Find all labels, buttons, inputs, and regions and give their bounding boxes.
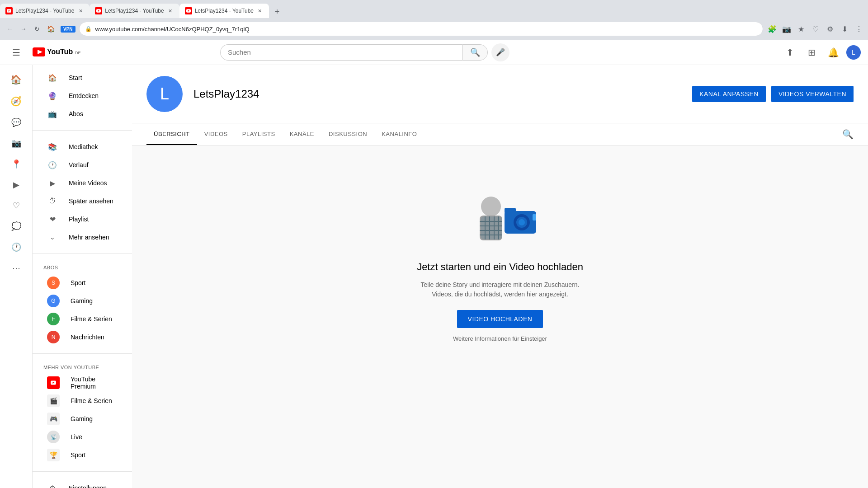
tab-playlists[interactable]: PLAYLISTS [235, 123, 283, 145]
user-avatar[interactable]: L [846, 45, 861, 60]
sidebar-item-gaming2[interactable]: 🎮 Gaming [36, 410, 128, 428]
left-icon-play[interactable]: ▶ [0, 174, 32, 195]
sidebar-item-yt-premium[interactable]: YouTube Premium [36, 374, 128, 392]
yt-country-badge: DE [75, 51, 81, 55]
hamburger-menu[interactable]: ☰ [7, 43, 25, 61]
sidebar-item-sport[interactable]: S Sport [36, 274, 128, 292]
forward-button[interactable]: → [17, 23, 30, 35]
tab-kanaele[interactable]: KANÄLE [283, 123, 321, 145]
sidebar-item-meine-videos[interactable]: ▶ Meine Videos [36, 174, 128, 192]
heart-button[interactable]: ♡ [810, 23, 821, 34]
sidebar-label-start: Start [69, 74, 82, 81]
header-actions: ⬆ ⊞ 🔔 L [781, 43, 861, 61]
sidebar-label-settings: Einstellungen [69, 484, 107, 488]
sidebar-abos-section: ABOS S Sport G Gaming F Filme & Serien N… [33, 258, 132, 350]
sidebar-item-entdecken[interactable]: 🔮 Entdecken [36, 87, 128, 105]
sidebar-item-abos[interactable]: 📺 Abos [36, 105, 128, 123]
sidebar-item-mediathek[interactable]: 📚 Mediathek [36, 138, 128, 156]
left-icon-instagram[interactable]: 📷 [0, 133, 32, 154]
yt-logo[interactable]: YouTube DE [33, 45, 81, 60]
upload-button[interactable]: ⬆ [781, 43, 799, 61]
empty-illustration [455, 182, 545, 254]
left-icon-clock[interactable]: 🕐 [0, 237, 32, 258]
lock-icon: 🔒 [85, 26, 92, 32]
back-button[interactable]: ← [4, 23, 16, 35]
channel-header: L LetsPlay1234 KANAL ANPASSEN VIDEOS VER… [132, 65, 868, 123]
notifications-button[interactable]: 🔔 [825, 43, 843, 61]
tab-kanalinfo[interactable]: KANALINFO [374, 123, 424, 145]
bookmark-button[interactable]: ★ [796, 23, 807, 34]
sidebar-label-live: Live [71, 433, 82, 441]
left-icon-location[interactable]: 📍 [0, 154, 32, 174]
address-bar: ← → ↻ 🏠 VPN 🔒 www.youtube.com/channel/UC… [0, 18, 868, 40]
divider-4 [33, 471, 132, 472]
menu-button[interactable]: ⋮ [854, 23, 864, 34]
sidebar-item-settings[interactable]: ⚙ Einstellungen [36, 479, 128, 488]
entdecken-icon: 🔮 [47, 90, 58, 101]
sidebar-item-sport2[interactable]: 🏆 Sport [36, 446, 128, 464]
mic-button[interactable]: 🎤 [491, 43, 509, 61]
sidebar-label-gaming: Gaming [71, 297, 93, 305]
manage-videos-button[interactable]: VIDEOS VERWALTEN [771, 86, 854, 102]
sidebar-item-spaeter[interactable]: ⏱ Später ansehen [36, 192, 128, 210]
sidebar-item-mehr-ansehen[interactable]: ⌄ Mehr ansehen [36, 228, 128, 246]
reload-button[interactable]: ↻ [31, 23, 43, 35]
left-icon-dots[interactable]: ⋯ [0, 258, 32, 278]
channel-search-button[interactable]: 🔍 [842, 123, 854, 145]
sidebar-item-live[interactable]: 📡 Live [36, 428, 128, 446]
extensions-button[interactable]: 🧩 [767, 23, 778, 34]
sport2-icon: 🏆 [47, 449, 60, 461]
apps-button[interactable]: ⊞ [803, 43, 821, 61]
sidebar-label-filme-serien2: Filme & Serien [71, 397, 112, 404]
sidebar-item-verlauf[interactable]: 🕐 Verlauf [36, 156, 128, 174]
abos-icon: 📺 [47, 108, 58, 119]
sidebar-item-filme-serien2[interactable]: 🎬 Filme & Serien [36, 392, 128, 410]
divider-3 [33, 353, 132, 354]
channel-info: LetsPlay1234 [193, 88, 681, 100]
settings-button[interactable]: ⚙ [825, 23, 835, 34]
vpn-badge[interactable]: VPN [61, 26, 75, 33]
new-tab-button[interactable]: + [271, 5, 283, 18]
sidebar: 🏠 Start 🔮 Entdecken 📺 Abos 📚 Mediathek [33, 65, 132, 488]
search-input[interactable] [220, 44, 462, 61]
yt-logo-icon: YouTube [33, 45, 73, 60]
sidebar-item-filme-serien[interactable]: F Filme & Serien [36, 310, 128, 328]
clock-icon: 🕐 [11, 242, 21, 252]
home-button[interactable]: 🏠 [44, 23, 57, 35]
left-icon-heart[interactable]: ♡ [0, 195, 32, 216]
upload-video-button[interactable]: VIDEO HOCHLADEN [457, 310, 543, 328]
camera-button[interactable]: 📷 [781, 23, 792, 34]
tab-videos[interactable]: VIDEOS [197, 123, 235, 145]
tab-3[interactable]: LetsPlay1234 - YouTube ✕ [179, 4, 269, 18]
sidebar-label-verlauf: Verlauf [69, 161, 89, 169]
tab-2-close[interactable]: ✕ [167, 7, 174, 14]
left-icon-whatsapp[interactable]: 💬 [0, 112, 32, 133]
svg-text:YouTube: YouTube [47, 48, 73, 56]
left-icon-chat[interactable]: 💭 [0, 216, 32, 237]
left-icon-strip: 🏠 🧭 💬 📷 📍 ▶ ♡ 💭 🕐 [0, 65, 33, 488]
svg-rect-6 [505, 208, 516, 213]
search-button[interactable]: 🔍 [462, 44, 488, 61]
instagram-icon: 📷 [11, 138, 21, 148]
tab-1[interactable]: LetsPlay1234 - YouTube ✕ [0, 4, 90, 18]
sidebar-item-nachrichten[interactable]: N Nachrichten [36, 328, 128, 346]
tab-diskussion[interactable]: DISKUSSION [321, 123, 374, 145]
sidebar-item-gaming[interactable]: G Gaming [36, 292, 128, 310]
sidebar-label-playlist: Playlist [69, 216, 89, 223]
left-icon-home[interactable]: 🏠 [0, 69, 32, 90]
tab-2[interactable]: LetsPlay1234 - YouTube ✕ [90, 4, 179, 18]
tab-1-close[interactable]: ✕ [77, 7, 84, 14]
sidebar-item-playlist[interactable]: ❤ Playlist [36, 210, 128, 228]
help-link[interactable]: Weitere Informationen für Einsteiger [453, 335, 547, 342]
tab-3-close[interactable]: ✕ [256, 7, 264, 14]
tab-uebersicht[interactable]: ÜBERSICHT [146, 123, 197, 145]
sidebar-item-start[interactable]: 🏠 Start [36, 69, 128, 87]
customize-channel-button[interactable]: KANAL ANPASSEN [692, 86, 766, 102]
sidebar-mehr-section: MEHR VON YOUTUBE YouTube Premium 🎬 Filme… [33, 357, 132, 468]
download-button[interactable]: ⬇ [839, 23, 850, 34]
url-text: www.youtube.com/channel/UCocN6zQPHQZ_0yv… [95, 26, 757, 33]
left-icon-explore[interactable]: 🧭 [0, 90, 32, 112]
browser-actions: 🧩 📷 ★ ♡ ⚙ ⬇ ⋮ [767, 23, 864, 34]
url-bar[interactable]: 🔒 www.youtube.com/channel/UCocN6zQPHQZ_0… [79, 22, 763, 36]
tab-3-title: LetsPlay1234 - YouTube [195, 8, 254, 14]
